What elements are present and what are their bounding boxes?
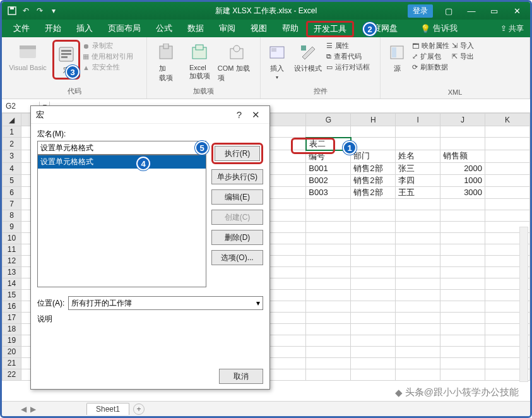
row-20[interactable]: 20 (3, 346, 21, 357)
cell-H3[interactable]: 部门 (351, 150, 396, 163)
cell-H4[interactable]: 销售2部 (351, 162, 396, 174)
xml-export-button[interactable]: ⇱导出 (452, 52, 474, 61)
col-H[interactable]: H (351, 114, 396, 126)
row-1[interactable]: 1 (3, 126, 21, 138)
tab-layout[interactable]: 页面布局 (100, 20, 148, 37)
ribbon-options-icon[interactable]: ▢ (438, 4, 459, 18)
row-5[interactable]: 5 (3, 174, 21, 186)
record-macro-button[interactable]: ⏺录制宏 (83, 41, 133, 51)
row-10[interactable]: 10 (3, 232, 21, 244)
macro-security-button[interactable]: ▲宏安全性 (83, 63, 133, 72)
row-16[interactable]: 16 (3, 301, 21, 312)
row-8[interactable]: 8 (3, 210, 21, 221)
cell-I4[interactable]: 张三 (396, 162, 440, 174)
new-sheet-button[interactable]: + (133, 403, 145, 415)
tab-file[interactable]: 文件 (6, 20, 37, 37)
row-6[interactable]: 6 (3, 186, 21, 198)
row-13[interactable]: 13 (3, 266, 21, 278)
excel-addins-button[interactable]: Excel 加载项 (184, 40, 215, 81)
tab-review[interactable]: 审阅 (211, 20, 243, 37)
tab-home[interactable]: 开始 (37, 20, 69, 37)
row-3[interactable]: 3 (3, 150, 21, 163)
tab-insert[interactable]: 插入 (69, 20, 100, 37)
cell-H6[interactable]: 销售2部 (351, 186, 396, 198)
delete-button[interactable]: 删除(D) (211, 230, 263, 245)
sheet-tab[interactable]: Sheet1 (86, 403, 129, 415)
row-21[interactable]: 21 (3, 357, 21, 369)
row-19[interactable]: 19 (3, 335, 21, 346)
macro-list[interactable]: 设置单元格格式 4 (37, 155, 206, 287)
macro-name-input[interactable] (37, 141, 206, 155)
row-15[interactable]: 15 (3, 289, 21, 301)
expand-pack-button[interactable]: ⤢扩展包 (412, 52, 449, 61)
step-button[interactable]: 单步执行(S) (211, 169, 263, 184)
share-button[interactable]: ⇪ 共享 (500, 23, 524, 34)
row-7[interactable]: 7 (3, 198, 21, 210)
cancel-button[interactable]: 取消 (219, 369, 263, 384)
tell-me[interactable]: 💡告诉我 (413, 20, 465, 37)
col-I[interactable]: I (396, 114, 440, 126)
view-code-button[interactable]: ⧉查看代码 (326, 52, 370, 61)
options-button[interactable]: 选项(O)... (211, 250, 263, 265)
tab-help[interactable]: 帮助 (275, 20, 306, 37)
tab-view[interactable]: 视图 (243, 20, 275, 37)
maximize-icon[interactable]: ▭ (483, 4, 505, 18)
redo-icon[interactable]: ↷ (35, 6, 45, 16)
tab-data[interactable]: 数据 (180, 20, 211, 37)
row-18[interactable]: 18 (3, 323, 21, 335)
cell-J5[interactable]: 1000 (440, 174, 485, 186)
cell-J6[interactable]: 3000 (440, 186, 485, 198)
row-22[interactable]: 22 (3, 369, 21, 380)
xml-source-button[interactable]: 源 (384, 40, 410, 73)
select-all[interactable]: ◢ (3, 114, 21, 126)
vertical-scrollbar[interactable] (519, 227, 528, 382)
cell-I6[interactable]: 王五 (396, 186, 440, 198)
run-button[interactable]: 执行(R) (215, 146, 260, 161)
cell-J4[interactable]: 2000 (440, 162, 485, 174)
row-17[interactable]: 17 (3, 312, 21, 323)
run-dialog-button[interactable]: ▭运行对话框 (326, 63, 370, 72)
sheet-nav-next-icon[interactable]: ▶ (30, 405, 36, 414)
cell-H5[interactable]: 销售2部 (351, 174, 396, 186)
row-9[interactable]: 9 (3, 221, 21, 232)
undo-icon[interactable]: ↶ (21, 6, 31, 16)
row-2[interactable]: 2 (3, 138, 21, 150)
location-select[interactable]: 所有打开的工作簿 ▾ (68, 296, 263, 310)
macros-button[interactable]: 宏 3 (52, 40, 80, 80)
edit-button[interactable]: 编辑(E) (211, 189, 263, 205)
cell-G6[interactable]: B003 (306, 186, 351, 198)
autosave-icon[interactable] (7, 6, 17, 16)
addins-button[interactable]: 加 载项 (151, 40, 182, 83)
col-K[interactable]: K (485, 114, 530, 126)
sheet-nav-prev-icon[interactable]: ◀ (21, 405, 27, 414)
design-mode-button[interactable]: 设计模式 (292, 40, 324, 73)
cell-I5[interactable]: 李四 (396, 174, 440, 186)
com-addins-button[interactable]: COM 加载项 (218, 40, 256, 83)
tab-developer[interactable]: 开发工具 (306, 21, 354, 37)
col-G[interactable]: G (306, 114, 351, 126)
insert-control-button[interactable]: 插入▾ (264, 40, 290, 80)
cell-I3[interactable]: 姓名 (396, 150, 440, 163)
xml-import-button[interactable]: ⇲导入 (452, 41, 474, 51)
row-14[interactable]: 14 (3, 278, 21, 289)
login-button[interactable]: 登录 (408, 4, 433, 18)
qat-more-icon[interactable]: ▾ (49, 6, 59, 16)
cell-J3[interactable]: 销售额 (440, 150, 485, 163)
dialog-close-icon[interactable]: ✕ (247, 109, 264, 121)
properties-button[interactable]: ☰属性 (326, 41, 370, 51)
macro-list-item[interactable]: 设置单元格格式 (38, 155, 206, 169)
refresh-data-button[interactable]: ⟳刷新数据 (412, 63, 449, 72)
row-12[interactable]: 12 (3, 255, 21, 266)
map-props-button[interactable]: 🗔映射属性 (412, 41, 449, 51)
visual-basic-button[interactable]: Visual Basic (6, 40, 50, 71)
col-J[interactable]: J (440, 114, 485, 126)
row-11[interactable]: 11 (3, 244, 21, 255)
relative-ref-button[interactable]: ▦使用相对引用 (83, 52, 133, 61)
row-4[interactable]: 4 (3, 162, 21, 174)
minimize-icon[interactable]: — (461, 4, 482, 18)
dialog-help-icon[interactable]: ? (232, 109, 247, 120)
close-icon[interactable]: ✕ (506, 4, 528, 18)
tab-formula[interactable]: 公式 (148, 20, 180, 37)
cell-G5[interactable]: B002 (306, 174, 351, 186)
cell-G4[interactable]: B001 (306, 162, 351, 174)
